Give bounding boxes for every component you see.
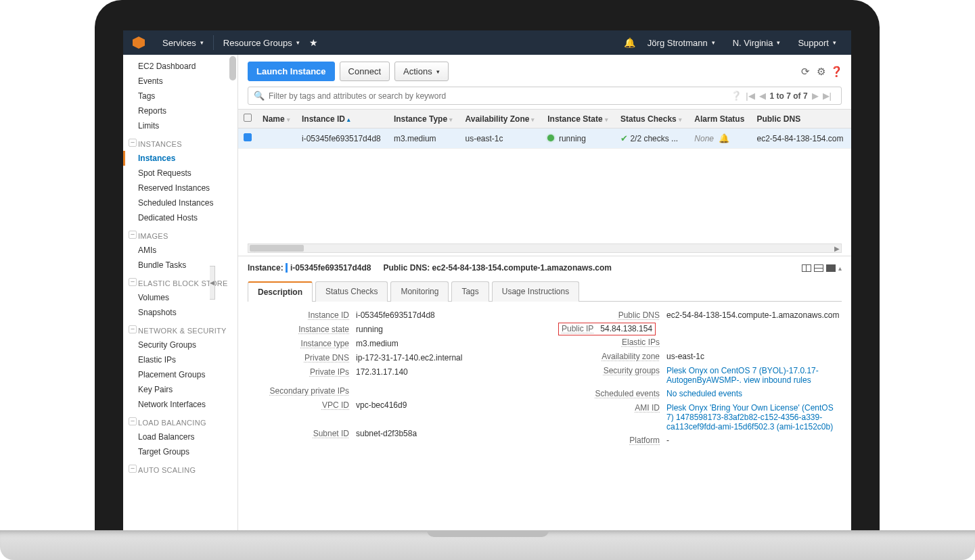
sidebar-scrollbar[interactable] bbox=[229, 56, 236, 80]
select-all-checkbox[interactable] bbox=[244, 114, 252, 122]
cell-alarm: None 🔔 bbox=[689, 129, 751, 149]
detail-instance-label: Instance: bbox=[248, 263, 284, 273]
sidebar-item-bundle[interactable]: Bundle Tasks bbox=[123, 258, 237, 273]
sidebar-item-volumes[interactable]: Volumes bbox=[123, 290, 237, 305]
col-instance-id[interactable]: Instance ID▴ bbox=[296, 110, 388, 129]
sidebar-head-autoscaling[interactable]: AUTO SCALING bbox=[123, 463, 237, 477]
pager: |◀ ◀ 1 to 7 of 7 ▶ ▶| bbox=[742, 91, 836, 101]
sidebar-collapse-handle[interactable]: ◀ bbox=[210, 266, 215, 300]
resource-groups-menu[interactable]: Resource Groups▾ bbox=[218, 30, 305, 55]
table-horizontal-scrollbar[interactable]: ◀ ▶ bbox=[248, 243, 842, 253]
field-link[interactable]: Plesk Onyx on CentOS 7 (BYOL)-17.0.17-Au… bbox=[666, 366, 819, 385]
sidebar-head-elb[interactable]: LOAD BALANCING bbox=[123, 416, 237, 429]
sidebar-item-amis[interactable]: AMIs bbox=[123, 243, 237, 258]
col-checks[interactable]: Status Checks▾ bbox=[615, 110, 689, 129]
filter-help-icon[interactable]: ❔ bbox=[731, 91, 742, 101]
aws-logo-icon[interactable] bbox=[133, 37, 145, 49]
detail-dns: ec2-54-84-138-154.compute-1.amazonaws.co… bbox=[432, 263, 611, 273]
laptop-frame-notch bbox=[427, 530, 549, 537]
sidebar-item-instances[interactable]: Instances bbox=[123, 151, 237, 166]
filter-input[interactable] bbox=[269, 91, 727, 101]
field-label: VPC ID bbox=[248, 400, 356, 411]
detail-field bbox=[248, 417, 531, 422]
services-menu[interactable]: Services▾ bbox=[157, 30, 209, 55]
launch-instance-button[interactable]: Launch Instance bbox=[248, 62, 335, 81]
detail-tabs: Description Status Checks Monitoring Tag… bbox=[248, 281, 842, 302]
field-link[interactable]: No scheduled events bbox=[666, 389, 742, 398]
alarm-bell-icon[interactable]: 🔔 bbox=[719, 133, 729, 143]
sidebar-item-keypairs[interactable]: Key Pairs bbox=[123, 382, 237, 397]
running-dot-icon bbox=[547, 135, 554, 141]
filter-bar: 🔍 ❔ |◀ ◀ 1 to 7 of 7 ▶ ▶| bbox=[248, 87, 842, 105]
pin-icon[interactable]: ★ bbox=[309, 37, 318, 48]
cell-az: us-east-1c bbox=[460, 129, 543, 149]
sidebar-item-events[interactable]: Events bbox=[123, 74, 237, 89]
hscroll-thumb[interactable] bbox=[250, 245, 304, 252]
sidebar-item-placement[interactable]: Placement Groups bbox=[123, 367, 237, 382]
search-icon: 🔍 bbox=[254, 91, 265, 101]
detail-field: Scheduled eventsNo scheduled events bbox=[558, 387, 842, 401]
sidebar-item-eip[interactable]: Elastic IPs bbox=[123, 352, 237, 367]
collapse-panel-icon[interactable]: ▴ bbox=[838, 264, 842, 272]
detail-dns-label: Public DNS: bbox=[383, 263, 430, 273]
sidebar-item-spot[interactable]: Spot Requests bbox=[123, 166, 237, 181]
tab-monitoring[interactable]: Monitoring bbox=[390, 281, 449, 302]
sidebar-item-tags[interactable]: Tags bbox=[123, 89, 237, 103]
col-az[interactable]: Availability Zone▾ bbox=[460, 110, 543, 129]
pager-last-icon[interactable]: ▶| bbox=[823, 91, 832, 101]
sidebar-item-scheduled[interactable]: Scheduled Instances bbox=[123, 195, 237, 210]
field-label: Public DNS bbox=[558, 310, 666, 321]
tab-tags[interactable]: Tags bbox=[451, 281, 489, 302]
sidebar-head-network[interactable]: NETWORK & SECURITY bbox=[123, 324, 237, 337]
col-name[interactable]: Name▾ bbox=[257, 110, 296, 129]
sidebar-item-dedicated[interactable]: Dedicated Hosts bbox=[123, 210, 237, 225]
sidebar-item-dashboard[interactable]: EC2 Dashboard bbox=[123, 59, 237, 74]
hscroll-right-icon[interactable]: ▶ bbox=[833, 244, 841, 252]
refresh-icon[interactable]: ⟳ bbox=[800, 66, 811, 77]
tab-status-checks[interactable]: Status Checks bbox=[315, 281, 388, 302]
detail-field: Elastic IPs bbox=[558, 335, 842, 350]
notifications-icon[interactable]: 🔔 bbox=[624, 37, 635, 48]
detail-panel: Instance: i-05345fe693517d4d8 Public DNS… bbox=[238, 256, 851, 531]
layout-full-icon[interactable] bbox=[826, 264, 836, 272]
layout-split-icon[interactable] bbox=[814, 264, 823, 272]
field-link[interactable]: Plesk Onyx 'Bring Your Own License' (Cen… bbox=[666, 403, 834, 431]
sidebar-item-tg[interactable]: Target Groups bbox=[123, 444, 237, 459]
sidebar-item-lb[interactable]: Load Balancers bbox=[123, 429, 237, 444]
support-menu[interactable]: Support▾ bbox=[792, 38, 842, 48]
col-dns[interactable]: Public DNS bbox=[751, 110, 851, 129]
field-label: Scheduled events bbox=[558, 389, 666, 399]
table-row[interactable]: i-05345fe693517d4d8 m3.medium us-east-1c… bbox=[238, 129, 851, 149]
sidebar-item-reserved[interactable]: Reserved Instances bbox=[123, 181, 237, 195]
sidebar-item-reports[interactable]: Reports bbox=[123, 103, 237, 118]
sidebar-head-ebs[interactable]: ELASTIC BLOCK STORE bbox=[123, 277, 237, 290]
connect-button[interactable]: Connect bbox=[340, 62, 390, 81]
col-instance-type[interactable]: Instance Type▾ bbox=[388, 110, 460, 129]
col-alarm[interactable]: Alarm Status bbox=[689, 110, 751, 129]
user-menu[interactable]: Jörg Strotmann▾ bbox=[642, 38, 721, 48]
region-menu[interactable]: N. Virginia▾ bbox=[727, 38, 786, 48]
layout-columns-icon[interactable] bbox=[802, 264, 811, 272]
pager-next-icon[interactable]: ▶ bbox=[812, 91, 819, 101]
col-state[interactable]: Instance State▾ bbox=[542, 110, 615, 129]
row-checkbox[interactable] bbox=[244, 133, 252, 141]
settings-icon[interactable]: ⚙ bbox=[815, 66, 826, 77]
help-icon[interactable]: ❓ bbox=[831, 66, 842, 77]
sidebar-item-eni[interactable]: Network Interfaces bbox=[123, 397, 237, 412]
aws-console-window: Services▾ Resource Groups▾ ★ 🔔 Jörg Stro… bbox=[123, 30, 851, 531]
sidebar-head-images[interactable]: IMAGES bbox=[123, 229, 237, 243]
field-label: Platform bbox=[558, 436, 666, 446]
pager-prev-icon[interactable]: ◀ bbox=[759, 91, 766, 101]
actions-menu[interactable]: Actions▾ bbox=[394, 62, 449, 81]
tab-usage[interactable]: Usage Instructions bbox=[492, 281, 579, 302]
detail-field: AMI IDPlesk Onyx 'Bring Your Own License… bbox=[558, 401, 842, 434]
tab-description[interactable]: Description bbox=[248, 281, 313, 302]
detail-field: Public IP54.84.138.154 bbox=[558, 323, 656, 335]
field-value: Plesk Onyx on CentOS 7 (BYOL)-17.0.17-Au… bbox=[666, 366, 842, 385]
sidebar-head-instances[interactable]: INSTANCES bbox=[123, 137, 237, 151]
sidebar-item-secgroups[interactable]: Security Groups bbox=[123, 337, 237, 352]
sidebar-item-snapshots[interactable]: Snapshots bbox=[123, 305, 237, 320]
sidebar-item-limits[interactable]: Limits bbox=[123, 118, 237, 133]
pager-first-icon[interactable]: |◀ bbox=[746, 91, 754, 101]
detail-field: Private DNSip-172-31-17-140.ec2.internal bbox=[248, 351, 531, 365]
